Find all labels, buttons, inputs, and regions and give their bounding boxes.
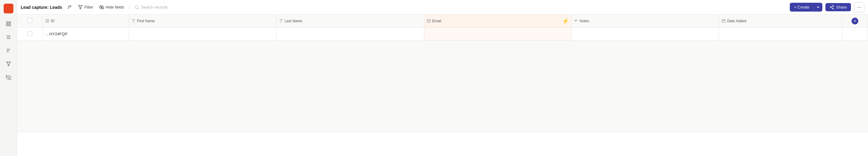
svg-point-25: [857, 7, 858, 8]
search-box[interactable]: Search records: [132, 3, 171, 11]
list-icon[interactable]: [3, 32, 14, 43]
id-cell[interactable]: …HY24FQP: [43, 27, 129, 40]
last-name-column-header[interactable]: Last Name: [276, 15, 424, 27]
toolbar: Lead capture: Leads Filter Hide fields: [17, 0, 868, 15]
calendar-icon: [722, 19, 725, 23]
email-column-header[interactable]: Email ⚡: [424, 15, 571, 27]
svg-point-21: [830, 7, 832, 8]
page-title: Lead capture: Leads: [21, 5, 62, 10]
sidebar: [0, 0, 17, 156]
id-column-icon: [45, 19, 49, 23]
first-name-cell[interactable]: [129, 27, 277, 40]
svg-point-18: [135, 5, 138, 8]
id-column-header[interactable]: ID: [43, 15, 129, 27]
text-icon-firstname: [131, 19, 135, 23]
more-options-button[interactable]: [854, 2, 864, 12]
date-added-cell[interactable]: [719, 27, 842, 40]
svg-point-26: [859, 7, 860, 8]
row-checkbox-cell[interactable]: [17, 27, 43, 40]
select-all-checkbox[interactable]: [27, 18, 32, 23]
last-name-cell[interactable]: [276, 27, 424, 40]
svg-rect-0: [6, 22, 8, 23]
checkbox-header[interactable]: [17, 15, 43, 27]
create-button[interactable]: + Create: [790, 3, 823, 11]
email-icon: [427, 19, 431, 23]
filter-side-icon[interactable]: [3, 58, 14, 70]
add-column-circle[interactable]: +: [851, 18, 858, 24]
first-name-column-header[interactable]: First Name: [129, 15, 277, 27]
row-checkbox[interactable]: [27, 31, 32, 36]
table-container: ID First Name: [17, 15, 868, 156]
date-added-column-header[interactable]: Date Added: [719, 15, 842, 27]
eye-icon: [99, 5, 104, 10]
app-logo: [4, 4, 13, 14]
share-button[interactable]: Share: [826, 3, 851, 11]
svg-rect-1: [9, 22, 10, 23]
sort-icon[interactable]: [3, 45, 14, 56]
hide-fields-button[interactable]: Hide fields: [97, 3, 127, 11]
toolbar-divider: [129, 4, 129, 11]
lightning-icon: ⚡: [562, 18, 569, 24]
records-table: ID First Name: [17, 15, 868, 132]
more-icon: [857, 5, 862, 10]
filter-button[interactable]: Filter: [75, 3, 96, 11]
search-icon: [135, 5, 139, 9]
text-icon-lastname: [279, 19, 283, 23]
row-add-cell: [842, 27, 868, 40]
eye-off-icon[interactable]: [3, 72, 14, 83]
svg-point-22: [833, 8, 834, 9]
add-column-button[interactable]: +: [842, 15, 868, 27]
svg-marker-15: [79, 5, 82, 9]
email-cell[interactable]: [424, 27, 571, 40]
sort-button[interactable]: [64, 3, 74, 11]
empty-space-row: [17, 40, 868, 132]
svg-rect-3: [9, 24, 10, 26]
chevron-down-icon: [816, 5, 820, 9]
sort-icon: [67, 5, 72, 10]
notes-icon: [574, 19, 578, 23]
svg-marker-10: [6, 62, 11, 66]
svg-point-20: [833, 5, 834, 6]
main-content: Lead capture: Leads Filter Hide fields: [17, 0, 868, 156]
svg-line-19: [137, 8, 138, 9]
apps-icon[interactable]: [3, 18, 14, 29]
svg-line-24: [832, 6, 833, 7]
notes-column-header[interactable]: Notes: [571, 15, 719, 27]
table-row: …HY24FQP: [17, 27, 868, 40]
notes-cell[interactable]: [571, 27, 719, 40]
svg-point-27: [860, 7, 861, 8]
filter-icon: [78, 5, 83, 10]
svg-rect-40: [722, 20, 725, 23]
svg-line-23: [832, 7, 833, 8]
share-icon: [830, 5, 834, 9]
table-header-row: ID First Name: [17, 15, 868, 27]
svg-rect-2: [6, 24, 8, 26]
